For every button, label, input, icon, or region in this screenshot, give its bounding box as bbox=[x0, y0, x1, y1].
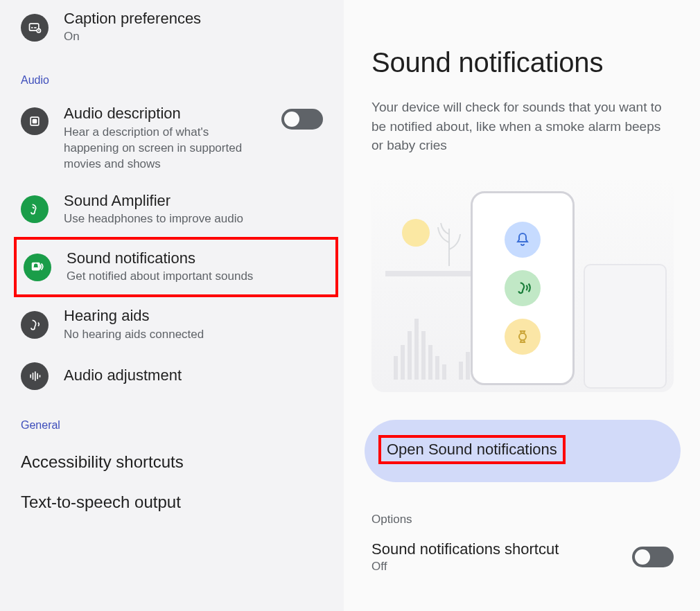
shelf-shape bbox=[385, 271, 482, 276]
sound-notifications-shortcut-item[interactable]: Sound notifications shortcut Off bbox=[345, 526, 700, 574]
caption-preferences-title: Caption preferences bbox=[64, 10, 323, 28]
sound-notifications-item[interactable]: Sound notifications Get notified about i… bbox=[17, 240, 331, 294]
sound-notifications-title: Sound notifications bbox=[67, 249, 327, 267]
phone-frame bbox=[471, 191, 575, 385]
ear-wave-icon bbox=[505, 270, 541, 306]
sound-notifications-highlight: Sound notifications Get notified about i… bbox=[14, 237, 338, 297]
sound-notifications-sub: Get notified about important sounds bbox=[67, 269, 327, 285]
shortcut-sub: Off bbox=[371, 560, 624, 574]
plant-icon bbox=[428, 215, 470, 267]
accessibility-shortcuts-item[interactable]: Accessibility shortcuts bbox=[0, 440, 344, 484]
svg-rect-7 bbox=[33, 120, 37, 123]
audio-adjustment-item[interactable]: Audio adjustment bbox=[0, 353, 344, 400]
audio-description-title: Audio description bbox=[64, 105, 266, 123]
ear-icon bbox=[21, 195, 49, 223]
open-button-label: Open Sound notifications bbox=[387, 441, 557, 458]
hearing-aids-sub: No hearing aids connected bbox=[64, 327, 323, 343]
svg-point-14 bbox=[519, 333, 526, 340]
options-header: Options bbox=[345, 482, 700, 526]
illustration-card bbox=[371, 177, 674, 392]
hearing-aids-item[interactable]: Hearing aids No hearing aids connected bbox=[0, 297, 344, 352]
audio-description-icon bbox=[21, 107, 49, 135]
shortcut-toggle[interactable] bbox=[632, 547, 674, 567]
text-to-speech-item[interactable]: Text-to-speech output bbox=[0, 484, 344, 524]
settings-list: Caption preferences On Audio Audio descr… bbox=[0, 0, 345, 611]
sound-amplifier-sub: Use headphones to improve audio bbox=[64, 211, 323, 227]
hearing-aids-title: Hearing aids bbox=[64, 307, 323, 325]
caption-icon bbox=[21, 14, 49, 42]
section-header-audio: Audio bbox=[0, 55, 344, 95]
audio-description-item[interactable]: Audio description Hear a description of … bbox=[0, 95, 344, 181]
page-title: Sound notifications bbox=[345, 0, 700, 78]
hearing-aids-icon bbox=[21, 311, 49, 339]
watch-icon bbox=[505, 319, 541, 355]
audio-adjustment-title: Audio adjustment bbox=[64, 366, 323, 384]
audio-description-sub: Hear a description of what's happening o… bbox=[64, 125, 266, 172]
furniture-shape bbox=[584, 264, 667, 389]
bell-icon bbox=[505, 222, 541, 258]
sound-amplifier-item[interactable]: Sound Amplifier Use headphones to improv… bbox=[0, 182, 344, 237]
svg-point-4 bbox=[38, 30, 40, 31]
sound-notifications-icon bbox=[24, 254, 51, 281]
section-header-general: General bbox=[0, 400, 344, 440]
sound-amplifier-title: Sound Amplifier bbox=[64, 192, 323, 210]
detail-pane: Sound notifications Your device will che… bbox=[345, 0, 700, 611]
equalizer-icon bbox=[21, 362, 49, 390]
open-button-highlight: Open Sound notifications bbox=[378, 435, 566, 464]
page-description: Your device will check for sounds that y… bbox=[345, 78, 700, 155]
shortcut-title: Sound notifications shortcut bbox=[371, 540, 624, 558]
sun-icon bbox=[402, 219, 430, 247]
audio-description-toggle[interactable] bbox=[281, 109, 323, 130]
caption-preferences-item[interactable]: Caption preferences On bbox=[0, 0, 344, 55]
open-sound-notifications-button[interactable]: Open Sound notifications bbox=[365, 420, 681, 482]
caption-preferences-sub: On bbox=[64, 29, 323, 45]
